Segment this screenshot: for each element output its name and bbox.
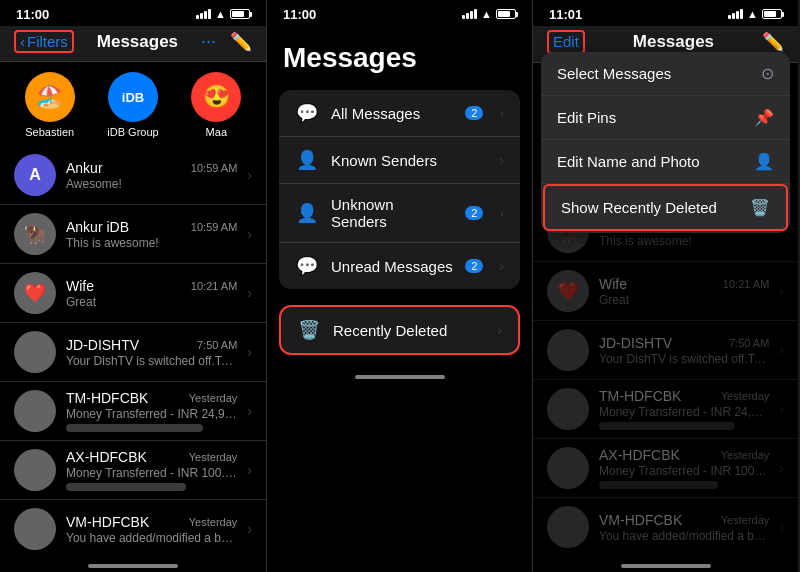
chevron-left-icon: ‹: [20, 33, 25, 50]
signal-icon: [196, 9, 211, 19]
compose-icon[interactable]: ✏️: [230, 31, 252, 53]
msg-tm-hdfcbk[interactable]: TM-HDFCBK Yesterday Money Transferred - …: [0, 382, 266, 441]
msg-content: VM-HDFCBK Yesterday You have added/modif…: [599, 512, 769, 543]
dropdown-edit-pins[interactable]: Edit Pins 📌: [541, 96, 790, 140]
chevron-right-icon: ›: [247, 167, 252, 183]
msg-preview: This is awesome!: [599, 234, 769, 248]
menu-label: Unread Messages: [331, 258, 453, 275]
compose-icon-3[interactable]: ✏️: [762, 31, 784, 53]
msg-name: JD-DISHTV: [599, 335, 672, 351]
msg-ankur-idb[interactable]: 🦬 Ankur iDB 10:59 AM This is awesome! ›: [0, 205, 266, 264]
msg-preview: Great: [599, 293, 769, 307]
status-bar-1: 11:00 ▲: [0, 0, 266, 26]
wifi-icon: ▲: [747, 8, 758, 20]
msg-name: Ankur: [66, 160, 103, 176]
person-icon: 👤: [295, 149, 319, 171]
unread-badge: 2: [465, 259, 483, 273]
signal-icon: [462, 9, 477, 19]
home-indicator-3: [533, 552, 798, 572]
redacted-content: [66, 483, 186, 491]
back-button[interactable]: ‹ Filters: [14, 30, 74, 53]
chat-icon: 💬: [295, 102, 319, 124]
msg-preview: You have added/modified a beneficiary An…: [599, 529, 769, 543]
status-icons-1: ▲: [196, 8, 250, 20]
msg-content-wife: Wife 10:21 AM Great: [66, 278, 237, 309]
status-time-1: 11:00: [16, 7, 49, 22]
msg-name: Ankur iDB: [66, 219, 129, 235]
pinned-sebastien[interactable]: 🏖️ Sebastien: [20, 72, 80, 138]
show-recently-deleted-highlight: Show Recently Deleted 🗑️: [543, 184, 788, 231]
msg-name: Wife: [599, 276, 627, 292]
chat-unread-icon: 💬: [295, 255, 319, 277]
dropdown-label: Edit Pins: [557, 109, 742, 126]
ellipsis-icon[interactable]: ···: [201, 31, 216, 52]
msg-time: 10:59 AM: [191, 162, 237, 174]
dropdown-edit-name-photo[interactable]: Edit Name and Photo 👤: [541, 140, 790, 184]
unknown-person-icon: 👤: [295, 202, 319, 224]
unknown-senders-badge: 2: [465, 206, 483, 220]
msg-time: Yesterday: [721, 514, 770, 526]
msg-content-ankur-idb: Ankur iDB 10:59 AM This is awesome!: [66, 219, 237, 250]
msg-preview: Money Transferred - INR 24,900.00 from: [66, 407, 237, 421]
messages-list-3: 🦬 Ankur iDB 10:59 AM This is awesome! › …: [533, 203, 798, 552]
home-bar: [88, 564, 178, 568]
msg-preview: Your DishTV is switched off.To get 3xtra…: [599, 352, 769, 366]
nav-title-1: Messages: [97, 32, 178, 52]
msg-jd-dishtv-3[interactable]: JD-DISHTV 7:50 AM Your DishTV is switche…: [533, 321, 798, 380]
menu-unread-messages[interactable]: 💬 Unread Messages 2 ›: [279, 243, 520, 289]
signal-icon: [728, 9, 743, 19]
menu-known-senders[interactable]: 👤 Known Senders ›: [279, 137, 520, 184]
battery-icon: [230, 9, 250, 19]
dropdown-select-messages[interactable]: Select Messages ⊙: [541, 52, 790, 96]
recently-deleted-label: Recently Deleted: [333, 322, 485, 339]
msg-wife[interactable]: ❤️ Wife 10:21 AM Great ›: [0, 264, 266, 323]
msg-vm-hdfcbk-3[interactable]: VM-HDFCBK Yesterday You have added/modif…: [533, 498, 798, 552]
chevron-right-icon: ›: [247, 344, 252, 360]
all-messages-badge: 2: [465, 106, 483, 120]
trash-icon: 🗑️: [297, 319, 321, 341]
chevron-right-icon: ›: [499, 205, 504, 221]
messages-header-2: Messages: [267, 26, 532, 82]
redacted-content: [599, 481, 718, 489]
edit-button[interactable]: Edit: [553, 33, 579, 50]
msg-wife-3[interactable]: ❤️ Wife 10:21 AM Great ›: [533, 262, 798, 321]
wifi-icon: ▲: [481, 8, 492, 20]
avatar: [547, 388, 589, 430]
msg-vm-hdfcbk[interactable]: VM-HDFCBK Yesterday You have added/modif…: [0, 500, 266, 552]
msg-preview: Awesome!: [66, 177, 237, 191]
menu-all-messages[interactable]: 💬 All Messages 2 ›: [279, 90, 520, 137]
msg-tm-hdfcbk-3[interactable]: TM-HDFCBK Yesterday Money Transferred - …: [533, 380, 798, 439]
avatar-sebastien: 🏖️: [25, 72, 75, 122]
pinned-maa[interactable]: 😍 Maa: [186, 72, 246, 138]
msg-time: 10:59 AM: [191, 221, 237, 233]
recently-deleted-section[interactable]: 🗑️ Recently Deleted ›: [279, 305, 520, 355]
chevron-right-icon: ›: [247, 462, 252, 478]
phone-1: 11:00 ▲ ‹ Filters Messages: [0, 0, 266, 572]
msg-time: 7:50 AM: [729, 337, 769, 349]
menu-unknown-senders[interactable]: 👤 Unknown Senders 2 ›: [279, 184, 520, 243]
pinned-idb-name: iDB Group: [107, 126, 158, 138]
msg-time: Yesterday: [189, 451, 238, 463]
msg-ax-hdfcbk[interactable]: AX-HDFCBK Yesterday Money Transferred - …: [0, 441, 266, 500]
avatar-ax-hdfcbk: [14, 449, 56, 491]
chevron-right-icon: ›: [779, 342, 784, 358]
status-time-2: 11:00: [283, 7, 316, 22]
msg-preview: This is awesome!: [66, 236, 237, 250]
msg-content-jd: JD-DISHTV 7:50 AM Your DishTV is switche…: [66, 337, 237, 368]
msg-jd-dishtv[interactable]: JD-DISHTV 7:50 AM Your DishTV is switche…: [0, 323, 266, 382]
pinned-idb[interactable]: iDB iDB Group: [103, 72, 163, 138]
msg-name: TM-HDFCBK: [66, 390, 148, 406]
back-label[interactable]: Filters: [27, 33, 68, 50]
battery-icon: [496, 9, 516, 19]
dropdown-menu: Select Messages ⊙ Edit Pins 📌 Edit Name …: [541, 52, 790, 233]
msg-ax-hdfcbk-3[interactable]: AX-HDFCBK Yesterday Money Transferred - …: [533, 439, 798, 498]
home-bar: [355, 375, 445, 379]
battery-icon: [762, 9, 782, 19]
msg-ankur[interactable]: A Ankur 10:59 AM Awesome! ›: [0, 146, 266, 205]
msg-name: AX-HDFCBK: [66, 449, 147, 465]
avatar-jd-dishtv: [14, 331, 56, 373]
dropdown-show-recently-deleted[interactable]: Show Recently Deleted 🗑️: [545, 186, 786, 229]
chevron-right-icon: ›: [499, 105, 504, 121]
chevron-right-icon: ›: [499, 258, 504, 274]
recently-deleted-item[interactable]: 🗑️ Recently Deleted ›: [281, 307, 518, 353]
